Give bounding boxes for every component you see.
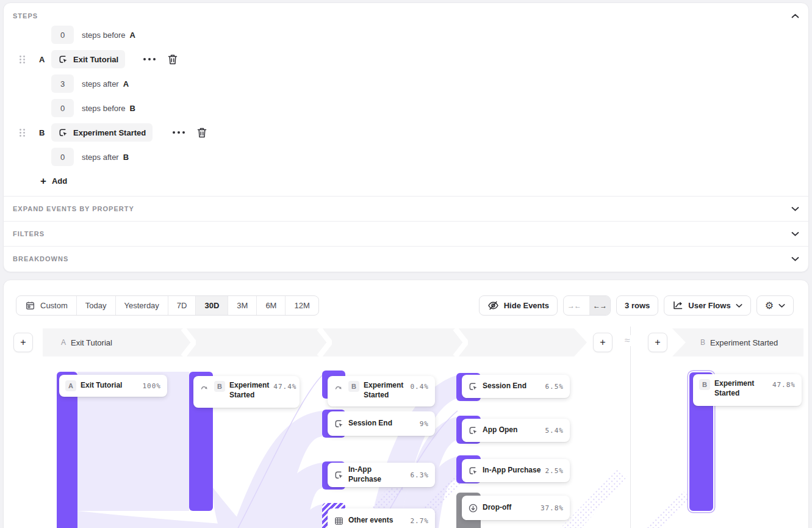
steps-before-row: 0 steps beforeB: [4, 99, 808, 117]
collapse-columns-button[interactable]: →←: [564, 296, 584, 315]
flow-card-drop-off[interactable]: Drop-off 37.8%: [462, 496, 570, 520]
gear-icon: ⚙: [765, 301, 774, 311]
drag-handle-icon[interactable]: [19, 128, 26, 137]
step-ref: A: [123, 79, 129, 89]
event-click-icon: [468, 425, 478, 436]
step-ref: A: [130, 31, 135, 40]
section-filters[interactable]: FILTERS: [4, 221, 808, 246]
view-type-label: User Flows: [688, 301, 730, 310]
more-options-icon[interactable]: [142, 56, 157, 62]
band-chevron-icon: [453, 328, 468, 356]
band-name: Exit Tutorial: [71, 338, 112, 347]
node-percent: 6.3%: [411, 471, 429, 479]
calendar-icon: [25, 300, 35, 311]
steps-before-row: 0 steps beforeA: [4, 26, 808, 44]
node-title: Experiment Started: [714, 379, 758, 398]
table-grid-icon: [334, 516, 344, 526]
flow-card-other-events[interactable]: Other events 2.7%: [328, 508, 435, 528]
node-title: In-App Purchase: [348, 465, 406, 484]
step-badge: B: [348, 381, 359, 392]
band-chevron-icon: [317, 328, 332, 356]
event-chip-label: Exit Tutorial: [73, 55, 118, 64]
band-letter: A: [61, 338, 66, 347]
step-letter: B: [39, 128, 45, 137]
node-title: App Open: [483, 425, 517, 435]
flow-card-experiment-started-selected[interactable]: B Experiment Started 47.8%: [693, 374, 802, 406]
band-name: Experiment Started: [710, 338, 778, 347]
steps-section-title: STEPS: [13, 12, 38, 20]
date-range-3m[interactable]: 3M: [228, 296, 257, 315]
node-title: Session End: [348, 419, 392, 429]
node-percent: 47.4%: [273, 383, 296, 391]
step-b-row: B Experiment Started: [4, 123, 808, 142]
event-chip-experiment-started[interactable]: Experiment Started: [51, 123, 153, 142]
steps-before-b-input[interactable]: 0: [51, 99, 74, 117]
expand-columns-button[interactable]: ←→: [589, 296, 610, 315]
flow-card-session-end-2[interactable]: Session End 6.5%: [462, 375, 570, 398]
steps-after-label: steps after: [82, 79, 119, 89]
steps-after-row: 0 steps afterB: [4, 148, 808, 166]
rows-count-button[interactable]: 3 rows: [616, 295, 658, 316]
event-chip-label: Experiment Started: [73, 128, 146, 137]
spacing-toggle: →← ←→: [563, 295, 611, 316]
event-click-icon: [58, 128, 68, 138]
add-step-button[interactable]: + Add: [40, 176, 67, 186]
steps-after-b-input[interactable]: 0: [51, 148, 74, 166]
add-column-right-button[interactable]: +: [648, 333, 667, 352]
flow-card-in-app-purchase[interactable]: In-App Purchase 6.3%: [328, 463, 435, 487]
more-options-icon[interactable]: [171, 129, 186, 136]
event-click-icon: [334, 470, 344, 480]
node-title: Drop-off: [483, 503, 511, 513]
chevron-down-icon: [791, 256, 799, 262]
node-title: Experiment Started: [364, 381, 406, 400]
flows-chart-icon: [672, 300, 683, 311]
date-range-7d[interactable]: 7D: [168, 296, 196, 315]
flow-card-experiment-started[interactable]: B Experiment Started 47.4%: [193, 376, 300, 408]
node-title: Experiment Started: [229, 381, 269, 400]
event-chip-exit-tutorial[interactable]: Exit Tutorial: [51, 50, 125, 68]
date-range-custom[interactable]: Custom: [16, 296, 77, 315]
date-range-today[interactable]: Today: [77, 296, 116, 315]
date-range-12m[interactable]: 12M: [286, 296, 318, 315]
section-breakdowns[interactable]: BREAKDOWNS: [4, 246, 808, 271]
node-percent: 6.5%: [545, 383, 564, 391]
delete-step-icon[interactable]: [167, 54, 178, 65]
flow-card-app-open[interactable]: App Open 5.4%: [462, 419, 570, 442]
collapse-steps-icon[interactable]: [791, 13, 799, 19]
node-percent: 5.4%: [545, 427, 564, 435]
steps-before-a-input[interactable]: 0: [51, 26, 74, 44]
band-letter: B: [700, 338, 705, 347]
view-type-dropdown[interactable]: User Flows: [664, 295, 750, 316]
flows-report-panel: Custom Today Yesterday 7D 30D 3M 6M 12M …: [3, 280, 809, 528]
date-range-yesterday[interactable]: Yesterday: [116, 296, 168, 315]
steps-after-a-input[interactable]: 3: [51, 74, 74, 93]
add-column-middle-button[interactable]: +: [593, 333, 613, 352]
chevron-down-icon: [736, 303, 742, 308]
section-label: FILTERS: [13, 230, 45, 237]
flow-card-exit-tutorial[interactable]: A Exit Tutorial 100%: [59, 375, 167, 397]
delete-step-icon[interactable]: [196, 127, 207, 139]
step-band-b: BExperiment Started: [672, 328, 803, 356]
query-builder-panel: STEPS 0 steps beforeA A Exit Tutorial 3 …: [3, 2, 809, 272]
date-range-6m[interactable]: 6M: [257, 296, 286, 315]
skip-steps-icon: [334, 383, 344, 391]
node-percent: 9%: [420, 420, 429, 428]
flow-card-session-end[interactable]: Session End 9%: [328, 411, 435, 436]
flow-card-in-app-purchase-2[interactable]: In-App Purchase 2.5%: [462, 459, 570, 482]
flow-card-experiment-started-2[interactable]: B Experiment Started 0.4%: [328, 376, 435, 407]
add-column-left-button[interactable]: +: [13, 333, 33, 352]
section-expand-events-by-property[interactable]: EXPAND EVENTS BY PROPERTY: [4, 196, 808, 221]
drag-handle-icon[interactable]: [19, 55, 26, 64]
hide-events-button[interactable]: Hide Events: [479, 295, 558, 316]
drop-off-icon: [468, 503, 478, 513]
settings-dropdown[interactable]: ⚙: [756, 295, 794, 316]
step-letter: A: [39, 55, 45, 64]
event-click-icon: [468, 382, 478, 392]
node-title: Session End: [483, 382, 526, 391]
flow-section-divider: [630, 327, 631, 528]
plus-icon: +: [40, 176, 46, 186]
steps-after-row: 3 steps afterA: [4, 74, 808, 93]
approx-symbol: ≈: [622, 335, 633, 346]
date-range-control: Custom Today Yesterday 7D 30D 3M 6M 12M: [16, 295, 319, 316]
date-range-30d-selected[interactable]: 30D: [196, 296, 228, 315]
